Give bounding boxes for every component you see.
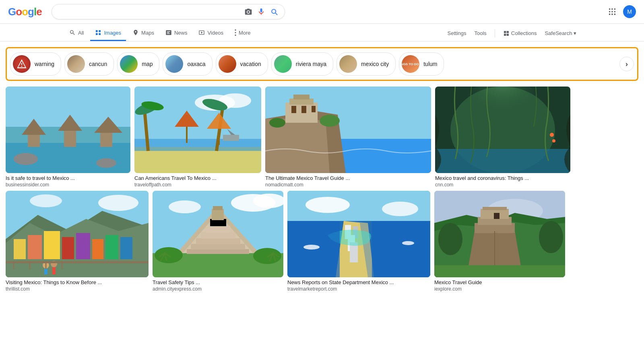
filter-chip-warning-label: warning [35, 61, 54, 67]
svg-rect-116 [372, 221, 430, 277]
nav-collections[interactable]: Collections [500, 26, 540, 41]
nav-settings[interactable]: Settings [444, 26, 470, 40]
filter-chips-next-btn[interactable]: › [619, 57, 634, 71]
svg-rect-27 [64, 131, 76, 147]
svg-point-9 [614, 14, 616, 15]
svg-rect-129 [494, 213, 500, 219]
svg-point-66 [552, 139, 555, 142]
svg-point-15 [235, 32, 236, 33]
svg-rect-25 [28, 135, 40, 147]
svg-point-108 [305, 197, 350, 213]
nav-item-maps[interactable]: Maps [128, 25, 159, 41]
svg-rect-103 [213, 206, 223, 210]
svg-point-68 [98, 195, 138, 211]
image-card-4[interactable]: Mexico travel and coronavirus: Things ..… [435, 87, 570, 188]
svg-rect-57 [301, 106, 306, 113]
search-submit-icon[interactable] [270, 8, 278, 16]
filter-chip-tulum[interactable]: BEST THINGS TO DO IN TULUM tulum [399, 52, 444, 76]
camera-search-icon[interactable] [244, 8, 252, 16]
svg-point-4 [609, 11, 611, 12]
nav-images-label: Images [104, 30, 121, 36]
nav-tools[interactable]: Tools [471, 26, 490, 40]
image-source-1: businessinsider.com [6, 182, 130, 188]
svg-point-133 [438, 223, 462, 255]
filter-chip-cancun[interactable]: cancun [64, 52, 114, 76]
nav-item-videos[interactable]: Videos [194, 25, 228, 41]
nav-item-news[interactable]: News [161, 25, 192, 41]
image-title-4: Mexico travel and coronavirus: Things ..… [435, 175, 570, 182]
nav-all-label: All [78, 30, 84, 36]
image-card-5[interactable]: Visiting Mexico: Things to Know Before .… [6, 191, 149, 292]
filter-chip-map[interactable]: map [117, 52, 159, 76]
svg-rect-18 [507, 31, 509, 33]
image-title-1: Is it safe to travel to Mexico ... [6, 175, 130, 182]
svg-rect-36 [134, 139, 261, 151]
filter-chip-oaxaca-label: oaxaca [187, 61, 205, 67]
svg-point-5 [611, 11, 613, 12]
image-card-2[interactable]: Can Americans Travel To Mexico ... trave… [134, 87, 261, 188]
filter-chip-warning[interactable]: warning [10, 52, 61, 76]
google-logo[interactable]: Google [8, 6, 42, 18]
image-title-5: Visiting Mexico: Things to Know Before .… [6, 279, 149, 286]
nav-item-more[interactable]: More [230, 25, 256, 41]
svg-rect-73 [28, 235, 42, 259]
svg-rect-56 [291, 106, 296, 113]
svg-rect-10 [96, 30, 98, 32]
image-card-6[interactable]: Travel Safety Tips ... admin.cityexpress… [153, 191, 283, 292]
svg-rect-100 [206, 226, 230, 233]
svg-point-3 [614, 8, 616, 10]
nav-item-images[interactable]: Images [90, 25, 126, 41]
svg-rect-99 [201, 232, 235, 239]
filter-chip-cancun-label: cancun [89, 61, 107, 67]
voice-search-icon[interactable] [257, 8, 265, 16]
image-source-6: admin.cityexpress.com [153, 286, 283, 292]
nav-safesearch[interactable]: SafeSearch ▾ [541, 26, 580, 40]
svg-point-0 [247, 11, 249, 13]
filter-chip-oaxaca[interactable]: oaxaca [163, 52, 212, 76]
svg-rect-98 [196, 238, 240, 244]
image-card-8[interactable]: Mexico Travel Guide iexplore.com [434, 191, 565, 292]
svg-point-31 [96, 158, 116, 168]
apps-icon[interactable] [608, 7, 617, 16]
svg-rect-76 [76, 233, 90, 259]
svg-rect-45 [218, 129, 220, 145]
filter-chip-riviera-maya[interactable]: riviera maya [271, 52, 333, 76]
nav-bar: All Images Maps News Videos More Setting… [0, 24, 644, 41]
image-source-8: iexplore.com [434, 286, 565, 292]
nav-more-label: More [239, 30, 251, 36]
svg-point-1 [609, 8, 611, 10]
filter-chip-map-label: map [142, 61, 153, 67]
svg-rect-46 [223, 135, 239, 141]
filter-chip-tulum-label: tulum [423, 61, 437, 67]
svg-point-109 [382, 202, 418, 216]
svg-rect-58 [312, 106, 316, 112]
svg-point-65 [550, 133, 554, 137]
svg-point-6 [614, 11, 616, 12]
image-source-5: thrillist.com [6, 286, 149, 292]
svg-point-69 [30, 194, 62, 207]
nav-videos-label: Videos [207, 30, 223, 36]
svg-point-8 [611, 14, 613, 15]
svg-rect-29 [100, 133, 112, 147]
image-source-2: traveloffpath.com [134, 182, 261, 188]
nav-item-all[interactable]: All [64, 25, 89, 41]
search-input[interactable]: mexico travel [58, 8, 240, 15]
nav-maps-label: Maps [141, 30, 154, 36]
image-card-7[interactable]: News Reports on State Department Mexico … [287, 191, 430, 292]
svg-rect-96 [187, 249, 249, 254]
image-card-3[interactable]: The Ultimate Mexico Travel Guide ... nom… [265, 87, 431, 188]
svg-point-60 [269, 118, 285, 128]
svg-rect-74 [44, 231, 60, 259]
svg-rect-83 [52, 267, 56, 274]
svg-rect-13 [99, 33, 101, 35]
svg-rect-84 [6, 261, 149, 263]
image-title-3: The Ultimate Mexico Travel Guide ... [265, 175, 431, 182]
user-avatar[interactable]: M [623, 5, 636, 18]
svg-rect-78 [105, 235, 118, 259]
svg-rect-77 [92, 239, 103, 259]
filter-chip-vacation[interactable]: vacation [216, 52, 268, 76]
filter-chip-mexico-city[interactable]: mexico city [336, 52, 396, 76]
image-card-1[interactable]: Is it safe to travel to Mexico ... busin… [6, 87, 130, 188]
image-source-7: travelmarketreport.com [287, 286, 430, 292]
svg-rect-20 [507, 33, 509, 35]
